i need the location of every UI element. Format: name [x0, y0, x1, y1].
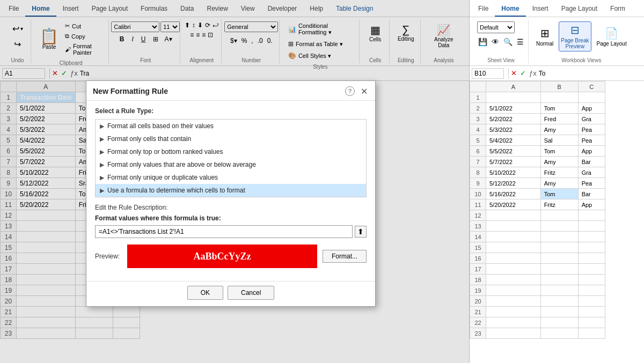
- cell[interactable]: [540, 307, 578, 317]
- table-row[interactable]: 12: [470, 210, 605, 221]
- rule-type-0[interactable]: ▶ Format all cells based on their values: [96, 120, 366, 132]
- right-cancel-formula-icon[interactable]: ✕: [511, 69, 517, 77]
- dialog-close-button[interactable]: ✕: [359, 86, 369, 96]
- table-row[interactable]: 13: [470, 221, 605, 232]
- cell[interactable]: Tom: [540, 189, 578, 199]
- right-formula-input[interactable]: [537, 69, 642, 78]
- collapse-button[interactable]: ⬆: [355, 226, 367, 238]
- right-tab-insert[interactable]: Insert: [526, 2, 555, 17]
- cell[interactable]: [578, 221, 605, 232]
- cell[interactable]: Tom: [540, 146, 578, 157]
- eye-icon[interactable]: 👁: [491, 36, 500, 47]
- cell[interactable]: 5/4/2022: [486, 135, 541, 146]
- right-confirm-formula-icon[interactable]: ✓: [520, 69, 526, 77]
- cell[interactable]: Amy: [540, 124, 578, 135]
- rule-type-1[interactable]: ▶ Format only cells that contain: [96, 132, 366, 145]
- cell[interactable]: Pea: [578, 135, 605, 146]
- table-row[interactable]: 55/4/2022SalPea: [470, 135, 605, 146]
- cell[interactable]: [540, 264, 578, 275]
- cell[interactable]: Amy: [540, 178, 578, 189]
- cell[interactable]: [578, 296, 605, 307]
- right-col-header-c[interactable]: C: [578, 82, 605, 92]
- right-col-header-b[interactable]: B: [540, 82, 578, 92]
- table-row[interactable]: 14: [470, 232, 605, 242]
- format-button[interactable]: Format...: [323, 250, 367, 263]
- cell[interactable]: [540, 221, 578, 232]
- cell[interactable]: Sales Rep: [540, 92, 578, 103]
- cell[interactable]: [578, 210, 605, 221]
- table-row[interactable]: 16: [470, 253, 605, 264]
- cell[interactable]: Fred: [540, 114, 578, 124]
- cancel-button[interactable]: Cancel: [228, 286, 274, 300]
- cell[interactable]: [540, 210, 578, 221]
- cell[interactable]: Gra: [578, 114, 605, 124]
- rule-type-2[interactable]: ▶ Format only top or bottom ranked value…: [96, 145, 366, 158]
- cell[interactable]: [540, 285, 578, 296]
- table-row[interactable]: 15: [470, 242, 605, 253]
- cell[interactable]: Fritz: [540, 167, 578, 178]
- table-row[interactable]: 19: [470, 285, 605, 296]
- cell[interactable]: Bar: [578, 189, 605, 199]
- cell[interactable]: 5/5/2022: [486, 146, 541, 157]
- cell[interactable]: 5/16/2022: [486, 189, 541, 199]
- cell[interactable]: [540, 253, 578, 264]
- cell[interactable]: [578, 232, 605, 242]
- cell[interactable]: [540, 242, 578, 253]
- cell[interactable]: [540, 317, 578, 328]
- normal-view-button[interactable]: ⊞ Normal: [534, 25, 555, 49]
- cell[interactable]: Pea: [578, 124, 605, 135]
- cell[interactable]: Sal: [540, 135, 578, 146]
- dialog-help-button[interactable]: ?: [345, 86, 355, 96]
- cell[interactable]: [486, 242, 541, 253]
- cell[interactable]: 5/20/2022: [486, 199, 541, 210]
- page-layout-view-button[interactable]: 📄 Page Layout: [595, 25, 629, 49]
- cell[interactable]: 5/2/2022: [486, 114, 541, 124]
- cell[interactable]: App: [578, 103, 605, 114]
- cell[interactable]: 5/10/2022: [486, 167, 541, 178]
- table-row[interactable]: 1Transaction DateSales RepPro: [470, 92, 605, 103]
- cell[interactable]: Pea: [578, 178, 605, 189]
- table-row[interactable]: 95/12/2022AmyPea: [470, 178, 605, 189]
- table-row[interactable]: 105/16/2022TomBar: [470, 189, 605, 199]
- right-insert-function-icon[interactable]: ƒx: [529, 69, 537, 77]
- cell[interactable]: [486, 328, 541, 339]
- cell[interactable]: 5/7/2022: [486, 157, 541, 167]
- right-col-header-a[interactable]: A: [486, 82, 541, 92]
- cell[interactable]: 5/12/2022: [486, 178, 541, 189]
- save-sheet-view-icon[interactable]: 💾: [477, 36, 488, 47]
- table-row[interactable]: 85/10/2022FritzGra: [470, 167, 605, 178]
- cell[interactable]: [578, 275, 605, 285]
- cell[interactable]: 5/1/2022: [486, 103, 541, 114]
- cell[interactable]: [486, 296, 541, 307]
- table-row[interactable]: 18: [470, 275, 605, 285]
- table-row[interactable]: 65/5/2022TomApp: [470, 146, 605, 157]
- cell[interactable]: Pro: [578, 92, 605, 103]
- cell[interactable]: Amy: [540, 157, 578, 167]
- cell[interactable]: [578, 307, 605, 317]
- cell[interactable]: Fritz: [540, 199, 578, 210]
- cell[interactable]: [486, 275, 541, 285]
- page-break-view-button[interactable]: ⊟ Page Break Preview: [559, 21, 591, 51]
- list-icon[interactable]: ☰: [516, 36, 525, 47]
- ok-button[interactable]: OK: [187, 286, 223, 300]
- cell[interactable]: [578, 242, 605, 253]
- rule-type-4[interactable]: ▶ Format only unique or duplicate values: [96, 171, 366, 184]
- table-row[interactable]: 21: [470, 307, 605, 317]
- cell[interactable]: [486, 307, 541, 317]
- table-row[interactable]: 115/20/2022FritzApp: [470, 199, 605, 210]
- cell[interactable]: [578, 253, 605, 264]
- cell[interactable]: Bar: [578, 157, 605, 167]
- rule-type-3[interactable]: ▶ Format only values that are above or b…: [96, 158, 366, 171]
- cell[interactable]: App: [578, 146, 605, 157]
- table-row[interactable]: 45/3/2022AmyPea: [470, 124, 605, 135]
- right-tab-home[interactable]: Home: [495, 2, 525, 17]
- cell[interactable]: [486, 210, 541, 221]
- table-row[interactable]: 23: [470, 328, 605, 339]
- right-cell-ref-input[interactable]: [472, 68, 504, 79]
- cell[interactable]: Tom: [540, 103, 578, 114]
- sheet-view-dropdown[interactable]: Default: [477, 21, 515, 33]
- table-row[interactable]: 25/1/2022TomApp: [470, 103, 605, 114]
- cell[interactable]: [540, 328, 578, 339]
- table-row[interactable]: 22: [470, 317, 605, 328]
- rule-type-5[interactable]: ▶ Use a formula to determine which cells…: [96, 184, 366, 197]
